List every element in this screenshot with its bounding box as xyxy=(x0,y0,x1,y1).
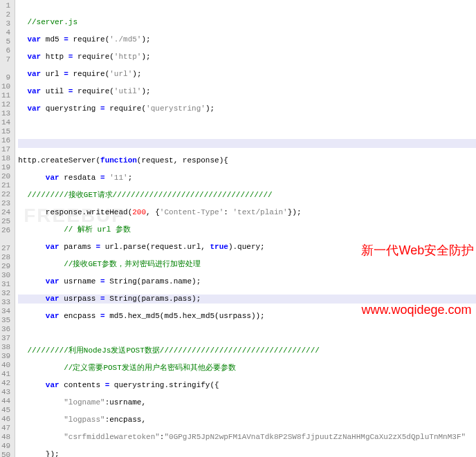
code-line: /////////接收GET请求////////////////////////… xyxy=(18,191,476,200)
code-line: var util = require('util'); xyxy=(18,87,476,96)
overlay-line1: 新一代Web安全防护： xyxy=(361,241,476,261)
code-line: http.createServer(function(request, resp… xyxy=(18,156,476,165)
code-line: "logname":usrname, xyxy=(18,398,476,407)
overlay-line2: www.woqidege.com xyxy=(361,300,476,320)
code-line: //定义需要POST发送的用户名密码和其他必要参数 xyxy=(18,364,476,373)
code-line xyxy=(18,139,476,148)
code-line: /////////利用NodeJs发送POST数据///////////////… xyxy=(18,346,476,355)
code-line: var querystring = require('querystring')… xyxy=(18,104,476,113)
code-line xyxy=(18,122,476,131)
code-editor[interactable]: FREEBUF //server.js var md5 = require('.… xyxy=(15,0,476,457)
overlay-text: 新一代Web安全防护： www.woqidege.com xyxy=(361,200,476,340)
code-line: "logpass":encpass, xyxy=(18,416,476,425)
code-line: var resdata = '11'; xyxy=(18,174,476,183)
code-line: "csrfmiddlewaretoken":"0GPgJR5JpN2wpFM1A… xyxy=(18,433,476,442)
code-line: var md5 = require('./md5'); xyxy=(18,35,476,44)
line-number-gutter: 1234567910111213141516171819202122232425… xyxy=(0,0,15,457)
code-line: }); xyxy=(18,450,476,457)
code-line: var http = require('http'); xyxy=(18,53,476,62)
code-line: var contents = querystring.stringify({ xyxy=(18,381,476,390)
code-line: var url = require('url'); xyxy=(18,70,476,79)
code-line: //server.js xyxy=(18,18,476,27)
